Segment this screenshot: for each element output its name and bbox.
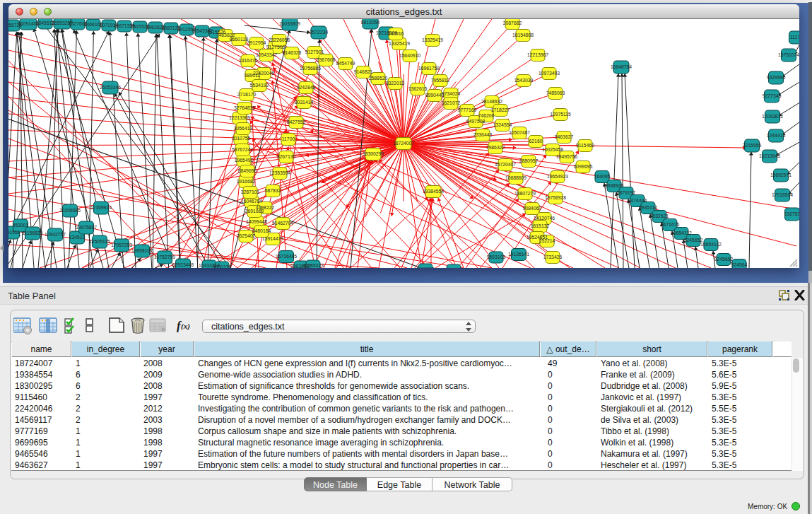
svg-text:16648784: 16648784	[611, 64, 632, 69]
svg-text:9463627: 9463627	[555, 134, 574, 139]
svg-text:11700: 11700	[282, 136, 295, 141]
svg-text:1718227: 1718227	[491, 107, 510, 112]
svg-text:9127503: 9127503	[266, 45, 286, 49]
svg-text:116753: 116753	[784, 211, 799, 216]
svg-text:6099695: 6099695	[574, 164, 593, 169]
svg-text:3912954: 3912954	[247, 40, 266, 45]
svg-text:9593103: 9593103	[487, 255, 506, 259]
svg-text:1543039: 1543039	[514, 78, 534, 83]
svg-text:1316475: 1316475	[239, 58, 258, 63]
svg-text:20206586: 20206586	[59, 208, 81, 213]
svg-text:14099448: 14099448	[246, 219, 267, 224]
svg-text:391511: 391511	[8, 230, 20, 235]
svg-text:6734024: 6734024	[442, 91, 461, 96]
svg-text:16210643: 16210643	[759, 153, 780, 158]
svg-text:453001: 453001	[13, 223, 29, 228]
svg-text:10654112: 10654112	[671, 230, 692, 235]
svg-text:1965492: 1965492	[235, 158, 254, 163]
svg-text:15692971: 15692971	[770, 173, 792, 177]
svg-text:7955812: 7955812	[431, 78, 450, 83]
svg-text:10507487: 10507487	[509, 130, 530, 135]
svg-text:8454749: 8454749	[336, 61, 355, 66]
svg-text:2588520: 2588520	[369, 76, 388, 81]
svg-text:10025458: 10025458	[542, 147, 563, 152]
svg-text:9245652: 9245652	[714, 257, 734, 262]
svg-text:19958107: 19958107	[131, 248, 153, 253]
svg-text:10973493: 10973493	[539, 71, 560, 76]
svg-text:10543342: 10543342	[256, 52, 277, 57]
svg-text:12923448: 12923448	[172, 262, 194, 267]
svg-text:40265423: 40265423	[302, 263, 324, 268]
svg-text:8471676: 8471676	[661, 222, 680, 227]
svg-text:7485063: 7485063	[546, 90, 565, 95]
svg-text:1244415: 1244415	[767, 133, 786, 138]
svg-text:17957253: 17957253	[111, 243, 132, 247]
svg-text:3287101: 3287101	[241, 189, 260, 194]
svg-text:640916: 640916	[388, 31, 404, 36]
svg-text:18724007: 18724007	[393, 141, 414, 146]
svg-text:5534192: 5534192	[250, 83, 269, 88]
svg-text:1621072: 1621072	[442, 100, 461, 105]
svg-text:8427552: 8427552	[287, 119, 306, 124]
svg-text:8322013: 8322013	[386, 81, 405, 86]
svg-text:8480184: 8480184	[252, 228, 271, 233]
svg-text:28148932: 28148932	[481, 99, 502, 104]
svg-text:1362615: 1362615	[408, 86, 428, 91]
svg-text:26053346: 26053346	[100, 85, 121, 90]
svg-text:10782759: 10782759	[154, 255, 175, 259]
svg-text:9227343: 9227343	[763, 93, 782, 98]
svg-text:19756928: 19756928	[545, 195, 566, 200]
svg-text:7625402: 7625402	[237, 233, 256, 238]
svg-text:9600133: 9600133	[213, 264, 232, 268]
svg-text:164095: 164095	[594, 174, 611, 179]
svg-text:2691669: 2691669	[245, 209, 264, 214]
svg-text:924564: 924564	[731, 262, 748, 267]
svg-text:19654923: 19654923	[547, 174, 568, 179]
svg-text:(x): (x)	[181, 322, 190, 331]
svg-text:16154808: 16154808	[512, 33, 534, 37]
svg-text:14136141: 14136141	[508, 252, 529, 257]
svg-text:23226058: 23226058	[269, 37, 290, 42]
svg-text:15751074: 15751074	[778, 52, 799, 57]
svg-text:0781618: 0781618	[445, 267, 464, 268]
svg-text:3215955: 3215955	[743, 143, 762, 148]
svg-text:8813054: 8813054	[361, 20, 380, 25]
svg-text:62160: 62160	[529, 139, 543, 144]
svg-text:15720407: 15720407	[495, 162, 516, 167]
svg-text:51462704: 51462704	[272, 221, 293, 226]
svg-text:1916682: 1916682	[237, 179, 256, 184]
svg-text:16046784: 16046784	[241, 199, 262, 204]
svg-text:8031414: 8031414	[295, 100, 314, 105]
svg-text:2880957: 2880957	[519, 158, 539, 163]
svg-text:15716485: 15716485	[276, 254, 297, 259]
svg-text:587832: 587832	[265, 188, 281, 193]
svg-text:11173: 11173	[790, 35, 799, 40]
svg-text:2336443: 2336443	[473, 132, 493, 137]
svg-text:252214: 252214	[539, 238, 555, 243]
svg-text:2087682: 2087682	[503, 21, 522, 25]
svg-text:17359924: 17359924	[90, 205, 112, 210]
svg-text:9146821: 9146821	[354, 69, 373, 74]
svg-text:8849696: 8849696	[238, 168, 257, 173]
svg-text:9242848: 9242848	[297, 85, 316, 90]
svg-text:1733426: 1733426	[543, 255, 563, 259]
svg-text:9777169: 9777169	[458, 107, 477, 112]
svg-text:9329996: 9329996	[767, 75, 786, 80]
svg-text:9474444: 9474444	[628, 198, 647, 203]
svg-text:2718170: 2718170	[237, 92, 257, 97]
svg-text:12213967: 12213967	[527, 52, 548, 57]
svg-text:8146328: 8146328	[283, 50, 302, 55]
svg-text:9115460: 9115460	[576, 143, 594, 148]
svg-text:1324554: 1324554	[493, 122, 512, 127]
svg-text:3572234: 3572234	[310, 30, 329, 35]
svg-text:13914479: 13914479	[262, 236, 283, 241]
svg-text:53767242: 53767242	[232, 147, 253, 152]
svg-text:18300295: 18300295	[363, 151, 384, 156]
svg-text:12093872: 12093872	[762, 114, 783, 119]
svg-text:13975887: 13975887	[76, 225, 97, 230]
svg-text:13325419: 13325419	[422, 37, 443, 42]
svg-text:12505115: 12505115	[89, 239, 110, 244]
svg-text:1010755: 1010755	[232, 136, 251, 141]
svg-text:17016504: 17016504	[772, 192, 793, 197]
svg-text:2935114: 2935114	[639, 205, 657, 210]
